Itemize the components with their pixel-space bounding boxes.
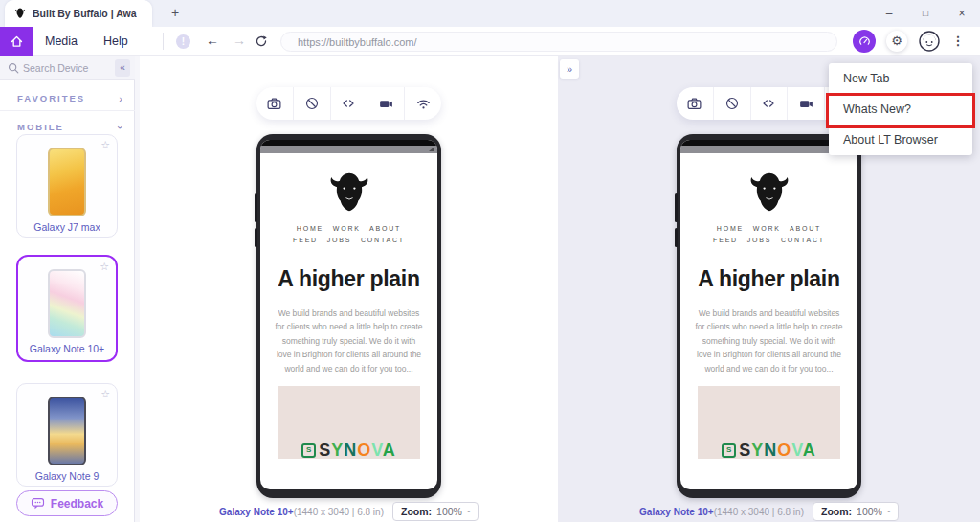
phone-browser-bar — [260, 146, 437, 153]
menu-help[interactable]: Help — [103, 27, 128, 56]
search-device-input[interactable] — [23, 58, 107, 78]
forward-button[interactable]: → — [230, 27, 249, 56]
synova-letter: N — [344, 441, 357, 460]
device-specs: (1440 x 3040 | 6.8 in) — [294, 507, 384, 517]
wifi-icon — [415, 96, 432, 112]
synova-letter: O — [777, 441, 791, 460]
site-heading: A higher plain — [260, 266, 437, 292]
home-button[interactable] — [0, 27, 33, 56]
menu-item-new-tab[interactable]: New Tab — [829, 63, 972, 94]
device-mockup-left: HOME WORK ABOUT FEED JOBS CONTACT A high… — [256, 134, 441, 498]
screenshot-button[interactable] — [256, 87, 293, 120]
camera-icon — [686, 96, 702, 112]
minimize-button[interactable]: – — [871, 0, 907, 27]
profile-button[interactable] — [919, 31, 940, 52]
network-throttle-button[interactable] — [404, 87, 441, 120]
device-mockup-right: HOME WORK ABOUT FEED JOBS CONTACT A high… — [677, 134, 861, 498]
favorite-star-icon[interactable]: ☆ — [100, 139, 110, 151]
url-bar[interactable]: https://builtbybuffalo.com/ — [280, 32, 837, 52]
url-text: https://builtbybuffalo.com/ — [298, 36, 417, 48]
device-sidebar: « FAVORITES › MOBILE › ☆ Galaxy J7 max ☆… — [0, 56, 135, 522]
synova-letter: N — [764, 441, 777, 460]
new-tab-button[interactable]: + — [165, 0, 186, 27]
block-button[interactable] — [293, 87, 330, 120]
more-options-button[interactable]: ⋮ — [948, 27, 968, 56]
zoom-select[interactable]: Zoom:100%› — [813, 502, 899, 521]
code-icon — [341, 96, 356, 111]
device-specs: (1440 x 3040 | 6.8 in) — [714, 507, 804, 517]
back-button[interactable]: ← — [203, 27, 222, 56]
site-nav-row1[interactable]: HOME WORK ABOUT — [680, 225, 858, 232]
device-card-name: Galaxy J7 max — [17, 221, 117, 234]
device-thumbnail — [48, 269, 86, 338]
warning-badge-icon[interactable]: ! — [176, 34, 190, 49]
close-button[interactable]: × — [944, 0, 980, 27]
device-card-galaxy-j7-max[interactable]: ☆ Galaxy J7 max — [16, 134, 118, 238]
maximize-button[interactable]: □ — [907, 0, 944, 27]
synova-letter: O — [357, 441, 371, 460]
device-card-galaxy-note-9[interactable]: ☆ Galaxy Note 9 — [16, 383, 118, 487]
toolbar-divider — [163, 33, 164, 50]
lt-performance-button[interactable] — [853, 30, 876, 53]
favorite-star-icon[interactable]: ☆ — [100, 388, 110, 400]
panel-expand-button[interactable]: » — [560, 59, 579, 79]
synova-letter: Y — [751, 441, 764, 460]
menu-item-whats-new[interactable]: Whats New? — [829, 94, 972, 125]
video-camera-icon — [798, 96, 814, 112]
signal-icon — [429, 148, 434, 151]
screenshot-button[interactable] — [677, 87, 713, 120]
device-card-galaxy-note-10-selected[interactable]: ☆ Galaxy Note 10+ — [16, 255, 118, 362]
zoom-value: 100% — [857, 506, 882, 517]
device-panel-left: HOME WORK ABOUT FEED JOBS CONTACT A high… — [140, 56, 558, 522]
code-inspector-button[interactable] — [330, 87, 368, 120]
block-button[interactable] — [713, 87, 750, 120]
buffalo-logo-icon — [327, 168, 371, 212]
chevron-down-icon: › — [883, 511, 893, 513]
site-nav-row1[interactable]: HOME WORK ABOUT — [260, 225, 437, 232]
menu-media[interactable]: Media — [45, 27, 78, 56]
device-card-name: Galaxy Note 9 — [17, 470, 117, 483]
zoom-label: Zoom: — [821, 506, 852, 517]
reload-button[interactable] — [255, 34, 268, 52]
window-controls: – □ × — [871, 0, 980, 27]
browser-toolbar: Media Help ! ← → https://builtbybuffalo.… — [0, 27, 980, 56]
record-video-button[interactable] — [787, 87, 824, 120]
device-name: Galaxy Note 10+ — [639, 507, 714, 517]
device-card-name: Galaxy Note 10+ — [18, 343, 116, 355]
browser-tab[interactable]: Built By Buffalo | Awa — [5, 0, 152, 27]
settings-button[interactable]: ⚙ — [886, 31, 907, 52]
site-nav-row2[interactable]: FEED JOBS CONTACT — [260, 237, 437, 243]
device-screen[interactable]: HOME WORK ABOUT FEED JOBS CONTACT A high… — [680, 140, 858, 489]
site-paragraph: We build brands and beautiful websites f… — [680, 306, 858, 375]
synova-logo[interactable]: S SYNOVA — [680, 441, 858, 461]
zoom-value: 100% — [436, 506, 462, 517]
site-favicon-buffalo-icon — [14, 5, 26, 22]
sidebar-section-favorites[interactable]: FAVORITES › — [0, 86, 135, 111]
window-titlebar: Built By Buffalo | Awa + – □ × — [0, 0, 980, 27]
speech-bubble-icon — [31, 496, 45, 511]
feedback-button[interactable]: Feedback — [16, 490, 118, 516]
device-thumbnail — [48, 397, 86, 465]
favorite-star-icon[interactable]: ☆ — [100, 261, 109, 273]
avatar-icon — [919, 31, 940, 52]
site-paragraph: We build brands and beautiful websites f… — [260, 306, 437, 375]
record-video-button[interactable] — [367, 87, 404, 120]
code-inspector-button[interactable] — [750, 87, 788, 120]
synova-icon: S — [301, 443, 316, 458]
volume-button — [675, 193, 678, 222]
synova-letters: SYNOVA — [319, 441, 396, 461]
camera-icon — [266, 96, 282, 112]
device-screen[interactable]: HOME WORK ABOUT FEED JOBS CONTACT A high… — [260, 140, 437, 489]
reload-icon — [255, 34, 268, 48]
device-name: Galaxy Note 10+ — [219, 507, 294, 517]
code-icon — [761, 96, 776, 111]
device-info-row: Galaxy Note 10+(1440 x 3040 | 6.8 in) Zo… — [558, 502, 980, 521]
synova-logo[interactable]: S SYNOVA — [260, 441, 437, 461]
site-nav-row2[interactable]: FEED JOBS CONTACT — [680, 237, 858, 243]
zoom-select[interactable]: Zoom:100%› — [392, 502, 479, 521]
device-label: Galaxy Note 10+(1440 x 3040 | 6.8 in) — [219, 507, 384, 517]
sidebar-collapse-button[interactable]: « — [115, 59, 130, 77]
menu-item-about-lt-browser[interactable]: About LT Browser — [829, 125, 972, 155]
block-icon — [304, 96, 320, 111]
synova-letter: S — [319, 441, 331, 460]
